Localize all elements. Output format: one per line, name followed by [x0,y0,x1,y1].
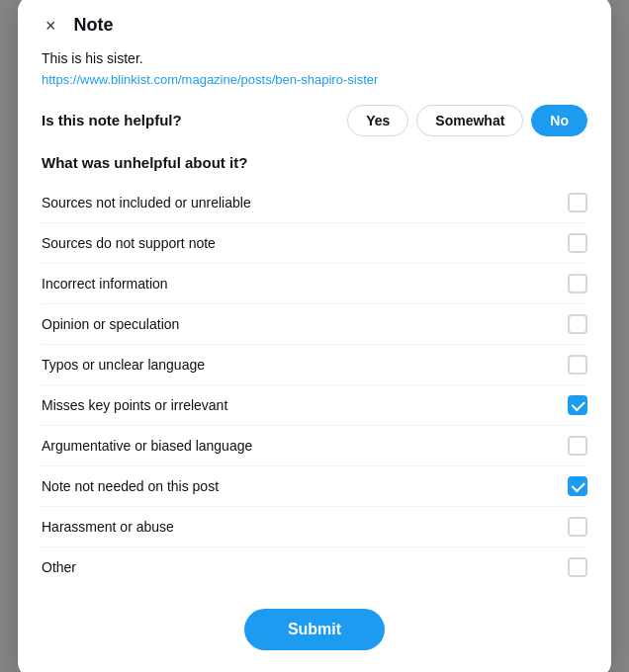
checkbox-sources-not-included[interactable] [568,193,587,212]
list-item: Note not needed on this post [42,466,587,507]
yes-button[interactable]: Yes [347,105,408,136]
helpfulness-row: Is this note helpful? Yes Somewhat No [42,105,587,136]
checkbox-harassment-abuse[interactable] [568,517,587,537]
list-item: Other [42,547,587,587]
checkbox-argumentative-biased[interactable] [568,436,587,456]
checkbox-misses-key-points[interactable] [568,395,587,415]
close-button[interactable]: × [42,15,60,37]
option-label: Other [42,559,76,575]
list-item: Incorrect information [42,264,587,304]
helpfulness-label: Is this note helpful? [42,112,182,128]
list-item: Opinion or speculation [42,304,587,345]
no-button[interactable]: No [531,105,587,136]
somewhat-button[interactable]: Somewhat [416,105,523,136]
list-item: Sources do not support note [42,223,587,264]
list-item: Harassment or abuse [42,507,587,547]
unhelpful-section-title: What was unhelpful about it? [42,154,587,171]
option-label: Harassment or abuse [42,519,174,535]
checkbox-incorrect-info[interactable] [568,274,587,294]
option-label: Incorrect information [42,276,168,292]
list-item: Argumentative or biased language [42,426,587,466]
checkbox-opinion-speculation[interactable] [568,314,587,334]
list-item: Misses key points or irrelevant [42,385,587,426]
option-label: Opinion or speculation [42,316,179,332]
option-label: Sources not included or unreliable [42,195,251,210]
checkbox-sources-not-support[interactable] [568,233,587,253]
modal-header: × Note [42,15,587,37]
note-modal: × Note This is his sister. https://www.b… [18,0,611,672]
option-label: Sources do not support note [42,235,216,251]
checkbox-list: Sources not included or unreliable Sourc… [42,183,587,587]
option-label: Argumentative or biased language [42,438,252,454]
list-item: Sources not included or unreliable [42,183,587,223]
option-label: Misses key points or irrelevant [42,397,227,413]
checkbox-typos-unclear[interactable] [568,355,587,375]
option-label: Typos or unclear language [42,357,205,373]
modal-title: Note [74,15,114,36]
list-item: Typos or unclear language [42,345,587,385]
checkbox-note-not-needed[interactable] [568,476,587,496]
submit-button[interactable]: Submit [244,609,385,650]
helpfulness-buttons: Yes Somewhat No [347,105,587,136]
submit-row: Submit [42,609,587,650]
note-text: This is his sister. [42,50,587,66]
checkbox-other[interactable] [568,557,587,577]
note-link[interactable]: https://www.blinkist.com/magazine/posts/… [42,72,587,87]
option-label: Note not needed on this post [42,478,219,494]
